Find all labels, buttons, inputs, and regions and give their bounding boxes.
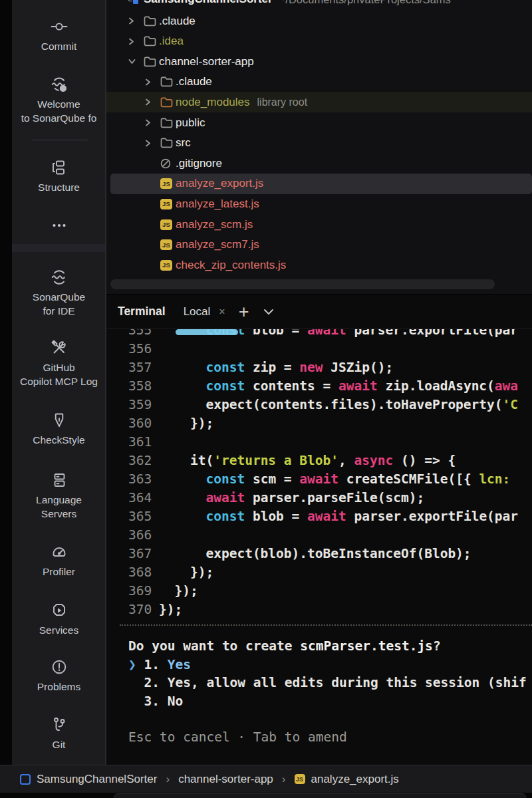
- tree-item-analyze-scm7-js[interactable]: JSanalyze_scm7.js: [106, 235, 532, 255]
- chevron-right-icon[interactable]: [144, 77, 160, 86]
- terminal-panel: 355 const blob = await parser.exportFile…: [106, 295, 532, 765]
- sidebar-item-label: Welcome to SonarQube fo: [9, 97, 109, 125]
- sidebar-item-services[interactable]: Services: [12, 600, 106, 637]
- terminal-code-line-366: 366: [106, 526, 532, 545]
- sidebar-item-language-servers[interactable]: Language Servers: [12, 469, 106, 521]
- sidebar-item-github-copilot-mcp-log[interactable]: GitHub Copilot MCP Log: [12, 337, 106, 388]
- sidebar-item-label: Problems: [9, 680, 109, 694]
- tree-item-channel-sorter-app[interactable]: channel-sorter-app: [106, 51, 532, 72]
- sidebar-item-profiler[interactable]: Profiler: [12, 541, 106, 579]
- chevron-spacer: [144, 200, 160, 209]
- sidebar-item-commit[interactable]: Commit: [12, 16, 106, 53]
- chevron-right-icon[interactable]: [144, 98, 160, 107]
- terminal-code-line-359: 359 expect(contents.files).toHavePropert…: [106, 396, 532, 414]
- chevron-right-icon[interactable]: [144, 118, 160, 128]
- tree-item-public[interactable]: public: [106, 112, 532, 133]
- tree-item--idea[interactable]: .idea: [106, 31, 532, 52]
- tree-item-analyze-latest-js[interactable]: JSanalyze_latest.js: [106, 194, 532, 214]
- tab-local-label: Local: [184, 305, 211, 319]
- js-file-icon: JS: [160, 239, 176, 251]
- line-number: 357: [128, 358, 155, 377]
- breadcrumb-channel-sorter-app[interactable]: channel-sorter-app: [178, 773, 273, 786]
- services-icon: [49, 600, 70, 621]
- chevron-right-icon[interactable]: [128, 37, 144, 46]
- ignored-file-icon: [160, 158, 176, 169]
- permission-prompt: Do you want to create scmParser.test.js?…: [106, 637, 532, 711]
- tree-item--gitignore[interactable]: .gitignore: [106, 153, 532, 174]
- line-number: 356: [128, 340, 155, 358]
- prompt-option-2-yes-allow-all[interactable]: 2. Yes, allow all edits during this sess…: [106, 674, 532, 692]
- tab-local[interactable]: Local ×: [184, 305, 225, 319]
- git-icon: [49, 714, 70, 735]
- sidebar-item-label: GitHub Copilot MCP Log: [9, 360, 109, 388]
- line-number: 358: [128, 377, 155, 396]
- tree-item-label: channel-sorter-app: [159, 55, 254, 68]
- tree-item-label: node_modules: [176, 96, 250, 109]
- sidebar-item-problems[interactable]: Problems: [12, 656, 106, 694]
- sidebar-item-label: Commit: [9, 39, 109, 53]
- folder-icon: [144, 36, 159, 47]
- terminal-code-line-358: 358 const contents = await zip.loadAsync…: [106, 377, 532, 396]
- js-file-icon: JS: [160, 219, 176, 230]
- prompt-hint: Esc to cancel · Tab to amend: [128, 728, 347, 747]
- tree-item-node-modules[interactable]: node_moduleslibrary root: [106, 92, 532, 112]
- line-number: 369: [128, 582, 155, 600]
- breadcrumb-SamsungChannelSorter[interactable]: SamsungChannelSorter: [20, 773, 157, 786]
- chevron-down-icon[interactable]: [128, 57, 144, 66]
- js-file-icon: JS: [160, 198, 176, 209]
- close-tab-icon[interactable]: ×: [219, 306, 225, 318]
- terminal-code-line-363: 363 const scm = await createSCMFile([{ l…: [106, 470, 532, 489]
- chevron-right-icon[interactable]: [144, 138, 160, 148]
- project-tree-panel: SamsungChannelSorter ~/Documents/private…: [106, 0, 532, 295]
- terminal-code-line-370: 370});: [106, 600, 532, 619]
- tree-item--claude[interactable]: .claude: [106, 72, 532, 92]
- terminal-code-line-356: 356: [106, 340, 532, 358]
- problems-icon: [49, 656, 70, 678]
- tree-item-label: analyze_scm.js: [176, 218, 253, 231]
- chevron-down-icon[interactable]: [263, 309, 274, 315]
- structure-icon: [49, 157, 70, 178]
- prompt-question: Do you want to create scmParser.test.js?: [106, 637, 532, 656]
- sidebar-item-label: Profiler: [9, 565, 109, 579]
- sidebar-item-sonarqube-welcome[interactable]: ?Welcome to SonarQube fo: [12, 74, 106, 125]
- terminal-separator: [120, 624, 532, 626]
- sidebar-item-more-tools[interactable]: [12, 215, 106, 236]
- project-icon: [20, 774, 31, 785]
- sidebar-item-sonarqube-for-ide[interactable]: SonarQube for IDE: [12, 267, 106, 318]
- breadcrumb-label: channel-sorter-app: [178, 773, 273, 786]
- prompt-option-3-no[interactable]: 3. No: [106, 692, 532, 711]
- line-number: 365: [128, 507, 155, 526]
- tree-item-src[interactable]: src: [106, 133, 532, 154]
- terminal-panel-title: Terminal: [118, 305, 166, 319]
- folder-icon: [160, 76, 176, 88]
- new-terminal-button[interactable]: +: [239, 305, 249, 319]
- prompt-option-1-yes[interactable]: ❯ 1. Yes: [106, 656, 532, 674]
- sidebar-item-structure[interactable]: Structure: [12, 157, 106, 194]
- terminal-code-line-369: 369 });: [106, 582, 532, 600]
- tree-item-analyze-scm-js[interactable]: JSanalyze_scm.js: [106, 214, 532, 235]
- sidebar-item-label: Structure: [9, 180, 109, 194]
- sidebar-item-checkstyle[interactable]: CheckStyle: [12, 410, 106, 447]
- tree-item-label: .gitignore: [176, 157, 222, 170]
- chevron-spacer: [144, 159, 160, 168]
- line-number: 359: [128, 396, 155, 414]
- sidebar-item-label: Git: [9, 737, 109, 751]
- sidebar-item-git[interactable]: Git: [12, 714, 106, 751]
- tree-item-label: analyze_export.js: [176, 177, 263, 190]
- tree-item-label: src: [176, 136, 191, 150]
- tree-item-analyze-export-js[interactable]: JSanalyze_export.js: [110, 174, 532, 194]
- sidebar-item-label: CheckStyle: [9, 433, 109, 447]
- tree-root-project[interactable]: SamsungChannelSorter ~/Documents/private…: [106, 0, 532, 9]
- tree-item--claude[interactable]: .claude: [106, 11, 532, 31]
- project-path: ~/Documents/privateProjects/Sams: [279, 0, 451, 6]
- stripe-divider: [32, 140, 88, 140]
- excluded-folder-icon: [160, 96, 176, 108]
- tree-item-suffix: library root: [257, 96, 308, 108]
- breadcrumb-analyze-export-js[interactable]: JSanalyze_export.js: [295, 773, 399, 786]
- line-number: 366: [128, 526, 155, 545]
- horizontal-scrollbar[interactable]: [110, 279, 495, 289]
- chevron-right-icon[interactable]: [128, 17, 144, 26]
- tree-item-check-zip-contents-js[interactable]: JScheck_zip_contents.js: [106, 255, 532, 275]
- folder-icon: [160, 138, 176, 149]
- tree-item-label: analyze_scm7.js: [176, 238, 259, 251]
